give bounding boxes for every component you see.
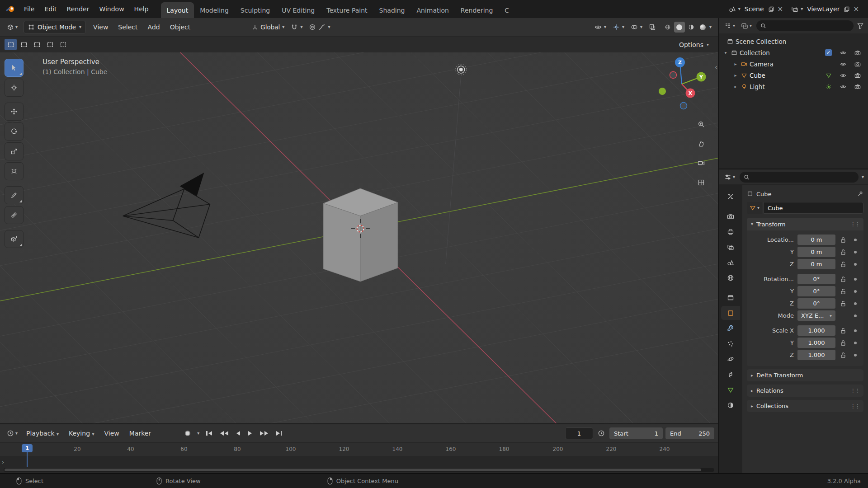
frame-end-field[interactable]: End250 xyxy=(665,427,714,439)
outliner-editor-type-button[interactable]: ▾ xyxy=(723,19,736,33)
timeline-ruler[interactable]: 20 40 60 80 100 120 140 160 180 200 220 … xyxy=(0,442,718,456)
lock-icon[interactable] xyxy=(840,328,846,334)
animate-dot[interactable] xyxy=(854,314,857,317)
rotation-y-field[interactable]: 0° xyxy=(797,286,835,296)
camera-view-button[interactable] xyxy=(694,156,708,170)
menu-select[interactable]: Select xyxy=(113,23,142,31)
current-frame-field[interactable]: 1 xyxy=(565,427,593,439)
select-box-tool[interactable] xyxy=(5,59,24,77)
animate-dot[interactable] xyxy=(854,263,857,266)
blender-logo-icon[interactable] xyxy=(5,3,16,15)
animate-dot[interactable] xyxy=(854,290,857,293)
menu-timeline-view[interactable]: View xyxy=(100,430,124,437)
rotation-z-field[interactable]: 0° xyxy=(797,298,835,309)
outliner-row-light[interactable]: ▸ Light xyxy=(719,81,868,92)
unlink-scene-icon[interactable]: × xyxy=(777,6,784,13)
timeline-track-area[interactable]: › xyxy=(0,456,718,473)
properties-editor-type-button[interactable]: ▾ xyxy=(723,170,736,184)
workspace-tab-texture-paint[interactable]: Texture Paint xyxy=(321,2,373,18)
menu-window[interactable]: Window xyxy=(94,0,129,18)
overlays-dropdown-chevron[interactable]: ▾ xyxy=(640,25,642,29)
hide-eye-icon[interactable] xyxy=(840,50,846,56)
scene-dropdown-chevron[interactable]: ▾ xyxy=(738,7,741,11)
workspace-tab-rendering[interactable]: Rendering xyxy=(455,2,499,18)
animate-dot[interactable] xyxy=(854,342,857,344)
menu-view[interactable]: View xyxy=(89,23,113,31)
scale-y-field[interactable]: 1.000 xyxy=(797,338,835,348)
cursor-tool[interactable] xyxy=(5,79,24,97)
outliner-row-cube[interactable]: ▸ Cube xyxy=(719,70,868,81)
animate-dot[interactable] xyxy=(854,329,857,332)
view-layer-name[interactable]: ViewLayer xyxy=(805,5,841,13)
channel-expand-arrow[interactable]: › xyxy=(2,459,4,465)
light-disclosure[interactable]: ▸ xyxy=(732,84,739,89)
menu-keying[interactable]: Keying ▾ xyxy=(64,430,99,437)
hide-eye-icon[interactable] xyxy=(840,72,846,79)
overlays-icon[interactable] xyxy=(631,23,638,31)
tab-tool[interactable] xyxy=(721,189,740,203)
location-x-field[interactable]: 0 m xyxy=(797,235,835,245)
play-reverse-button[interactable] xyxy=(235,429,241,437)
scale-tool[interactable] xyxy=(5,142,24,160)
gizmo-dropdown-chevron[interactable]: ▾ xyxy=(622,25,624,29)
xray-toggle[interactable] xyxy=(646,23,659,31)
tab-world[interactable] xyxy=(721,271,740,285)
relations-panel[interactable]: ▸ Relations ⋮⋮ xyxy=(747,385,863,397)
panel-drag-dots[interactable]: ⋮⋮ xyxy=(850,221,859,227)
rotate-tool[interactable] xyxy=(5,122,24,141)
workspace-tab-uv-editing[interactable]: UV Editing xyxy=(276,2,321,18)
outliner-row-scene-collection[interactable]: Scene Collection xyxy=(719,36,868,47)
scene-icon[interactable] xyxy=(729,5,736,13)
scale-x-field[interactable]: 1.000 xyxy=(797,325,835,336)
tab-view-layer[interactable] xyxy=(721,240,740,254)
transform-orientation-dropdown[interactable]: Global ▾ xyxy=(249,23,287,31)
next-keyframe-button[interactable] xyxy=(259,429,269,437)
collection-disclosure[interactable]: ▾ xyxy=(722,50,729,55)
move-tool[interactable] xyxy=(5,103,24,121)
workspace-tab-animation[interactable]: Animation xyxy=(410,2,454,18)
select-mode-invert-button[interactable] xyxy=(44,39,56,50)
workspace-tab-layout[interactable]: Layout xyxy=(161,2,194,18)
pan-button[interactable] xyxy=(694,137,708,150)
lock-icon[interactable] xyxy=(840,288,846,295)
hide-eye-icon[interactable] xyxy=(840,61,846,67)
viewport-options-button[interactable]: Options ▾ xyxy=(675,39,713,50)
panel-drag-dots[interactable]: ⋮⋮ xyxy=(850,388,859,394)
scale-z-field[interactable]: 1.000 xyxy=(797,350,835,360)
outliner-row-camera[interactable]: ▸ Camera xyxy=(719,58,868,70)
timeline-scrollbar[interactable] xyxy=(4,468,714,472)
menu-object[interactable]: Object xyxy=(165,23,195,31)
outliner-row-collection[interactable]: ▾ Collection ✓ xyxy=(719,47,868,58)
menu-marker[interactable]: Marker xyxy=(125,430,156,437)
preview-range-button[interactable] xyxy=(596,428,607,439)
falloff-curve-icon[interactable] xyxy=(318,23,326,31)
remove-view-layer-icon[interactable]: × xyxy=(852,6,860,13)
gizmo-neg-x[interactable] xyxy=(670,72,677,79)
workspace-tab-shading[interactable]: Shading xyxy=(373,2,411,18)
prev-keyframe-button[interactable] xyxy=(219,429,230,437)
shading-wireframe-button[interactable] xyxy=(662,22,673,33)
editor-type-button[interactable]: ▾ xyxy=(4,20,21,34)
tab-output[interactable] xyxy=(721,225,740,239)
workspace-tab-compositing-clipped[interactable]: C xyxy=(499,2,515,18)
transform-panel-header[interactable]: ▾ Transform ⋮⋮ xyxy=(747,218,863,230)
scrollbar-thumb[interactable] xyxy=(5,469,701,471)
ortho-toggle-button[interactable] xyxy=(694,176,708,189)
tab-physics[interactable] xyxy=(721,352,740,366)
animate-dot[interactable] xyxy=(854,278,857,281)
snapping-dropdown-chevron[interactable]: ▾ xyxy=(300,25,302,29)
object-type-visibility-dropdown[interactable]: ▾ xyxy=(592,23,609,31)
new-view-layer-icon[interactable] xyxy=(844,6,850,12)
pin-icon[interactable] xyxy=(857,191,863,197)
outliner-search[interactable] xyxy=(756,20,854,31)
cube-disclosure[interactable]: ▸ xyxy=(732,73,739,78)
filter-icon[interactable] xyxy=(857,22,864,29)
delta-transform-panel[interactable]: ▸ Delta Transform xyxy=(747,369,863,381)
camera-disclosure[interactable]: ▸ xyxy=(732,61,739,66)
workspace-tab-sculpting[interactable]: Sculpting xyxy=(235,2,276,18)
shading-rendered-button[interactable] xyxy=(698,22,708,33)
magnet-icon[interactable] xyxy=(291,23,298,31)
navigation-gizmo[interactable]: Z Y X xyxy=(656,55,707,111)
menu-help[interactable]: Help xyxy=(129,0,154,18)
rotation-x-field[interactable]: 0° xyxy=(797,274,835,284)
